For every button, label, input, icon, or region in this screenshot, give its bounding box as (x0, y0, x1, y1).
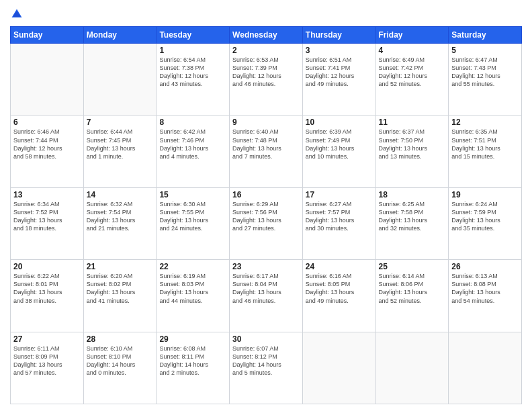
svg-marker-1 (13, 11, 21, 17)
day-number: 29 (159, 334, 226, 344)
day-info: Sunrise: 6:54 AM Sunset: 7:38 PM Dayligh… (159, 56, 226, 89)
day-number: 27 (13, 334, 81, 344)
logo-icon (10, 7, 24, 21)
calendar-week-row: 1Sunrise: 6:54 AM Sunset: 7:38 PM Daylig… (11, 44, 522, 116)
day-info: Sunrise: 6:39 AM Sunset: 7:49 PM Dayligh… (306, 128, 373, 161)
calendar-week-row: 20Sunrise: 6:22 AM Sunset: 8:01 PM Dayli… (11, 260, 522, 332)
day-info: Sunrise: 6:29 AM Sunset: 7:56 PM Dayligh… (232, 200, 300, 233)
day-number: 16 (232, 190, 300, 199)
calendar-cell (11, 44, 84, 116)
day-info: Sunrise: 6:07 AM Sunset: 8:12 PM Dayligh… (232, 345, 300, 377)
calendar-week-row: 6Sunrise: 6:46 AM Sunset: 7:44 PM Daylig… (11, 116, 522, 187)
day-info: Sunrise: 6:40 AM Sunset: 7:48 PM Dayligh… (232, 128, 300, 161)
day-number: 11 (379, 118, 446, 127)
day-info: Sunrise: 6:47 AM Sunset: 7:43 PM Dayligh… (451, 56, 519, 89)
day-info: Sunrise: 6:10 AM Sunset: 8:10 PM Dayligh… (87, 345, 154, 377)
day-info: Sunrise: 6:49 AM Sunset: 7:42 PM Dayligh… (379, 56, 446, 89)
calendar-cell: 7Sunrise: 6:44 AM Sunset: 7:45 PM Daylig… (83, 116, 157, 187)
day-info: Sunrise: 6:13 AM Sunset: 8:08 PM Dayligh… (451, 272, 519, 305)
calendar-cell: 5Sunrise: 6:47 AM Sunset: 7:43 PM Daylig… (449, 44, 522, 116)
day-info: Sunrise: 6:35 AM Sunset: 7:51 PM Dayligh… (451, 128, 519, 161)
calendar-body: 1Sunrise: 6:54 AM Sunset: 7:38 PM Daylig… (11, 44, 522, 404)
weekday-header: Sunday (11, 27, 84, 44)
day-number: 14 (87, 190, 154, 199)
calendar-cell: 26Sunrise: 6:13 AM Sunset: 8:08 PM Dayli… (449, 260, 522, 332)
day-number: 6 (13, 118, 81, 127)
day-number: 4 (379, 46, 446, 55)
calendar-cell: 28Sunrise: 6:10 AM Sunset: 8:10 PM Dayli… (83, 332, 157, 404)
day-number: 7 (87, 118, 154, 127)
day-info: Sunrise: 6:44 AM Sunset: 7:45 PM Dayligh… (87, 128, 154, 161)
calendar-cell: 19Sunrise: 6:24 AM Sunset: 7:59 PM Dayli… (449, 187, 522, 259)
day-info: Sunrise: 6:34 AM Sunset: 7:52 PM Dayligh… (13, 200, 81, 233)
calendar-week-row: 27Sunrise: 6:11 AM Sunset: 8:09 PM Dayli… (11, 332, 522, 404)
header (10, 7, 522, 21)
calendar-cell: 9Sunrise: 6:40 AM Sunset: 7:48 PM Daylig… (230, 116, 303, 187)
calendar-cell: 21Sunrise: 6:20 AM Sunset: 8:02 PM Dayli… (83, 260, 157, 332)
day-info: Sunrise: 6:20 AM Sunset: 8:02 PM Dayligh… (87, 272, 154, 305)
calendar-cell (375, 332, 449, 404)
calendar-cell: 23Sunrise: 6:17 AM Sunset: 8:04 PM Dayli… (230, 260, 303, 332)
calendar-cell: 22Sunrise: 6:19 AM Sunset: 8:03 PM Dayli… (157, 260, 230, 332)
day-number: 13 (13, 190, 81, 199)
weekday-header: Wednesday (230, 27, 303, 44)
calendar-cell: 25Sunrise: 6:14 AM Sunset: 8:06 PM Dayli… (375, 260, 449, 332)
day-info: Sunrise: 6:22 AM Sunset: 8:01 PM Dayligh… (13, 272, 81, 305)
calendar-cell (83, 44, 157, 116)
day-info: Sunrise: 6:53 AM Sunset: 7:39 PM Dayligh… (232, 56, 300, 89)
day-number: 24 (306, 262, 373, 271)
day-number: 20 (13, 262, 81, 271)
day-number: 22 (159, 262, 226, 271)
logo (10, 7, 25, 21)
day-info: Sunrise: 6:25 AM Sunset: 7:58 PM Dayligh… (379, 200, 446, 233)
day-number: 23 (232, 262, 300, 271)
day-number: 12 (451, 118, 519, 127)
day-number: 1 (159, 46, 226, 55)
day-number: 30 (232, 334, 300, 344)
day-number: 8 (159, 118, 226, 127)
calendar-cell: 15Sunrise: 6:30 AM Sunset: 7:55 PM Dayli… (157, 187, 230, 259)
weekday-header: Friday (375, 27, 449, 44)
calendar-cell: 10Sunrise: 6:39 AM Sunset: 7:49 PM Dayli… (302, 116, 375, 187)
page: SundayMondayTuesdayWednesdayThursdayFrid… (0, 0, 532, 411)
day-number: 17 (306, 190, 373, 199)
weekday-header: Saturday (449, 27, 522, 44)
day-number: 5 (451, 46, 519, 55)
calendar-cell: 29Sunrise: 6:08 AM Sunset: 8:11 PM Dayli… (157, 332, 230, 404)
day-info: Sunrise: 6:42 AM Sunset: 7:46 PM Dayligh… (159, 128, 226, 161)
day-info: Sunrise: 6:24 AM Sunset: 7:59 PM Dayligh… (451, 200, 519, 233)
calendar-cell: 8Sunrise: 6:42 AM Sunset: 7:46 PM Daylig… (157, 116, 230, 187)
day-info: Sunrise: 6:46 AM Sunset: 7:44 PM Dayligh… (13, 128, 81, 161)
day-info: Sunrise: 6:17 AM Sunset: 8:04 PM Dayligh… (232, 272, 300, 305)
calendar-cell: 17Sunrise: 6:27 AM Sunset: 7:57 PM Dayli… (302, 187, 375, 259)
calendar-cell: 6Sunrise: 6:46 AM Sunset: 7:44 PM Daylig… (11, 116, 84, 187)
calendar-cell: 11Sunrise: 6:37 AM Sunset: 7:50 PM Dayli… (375, 116, 449, 187)
calendar-week-row: 13Sunrise: 6:34 AM Sunset: 7:52 PM Dayli… (11, 187, 522, 259)
calendar-cell: 14Sunrise: 6:32 AM Sunset: 7:54 PM Dayli… (83, 187, 157, 259)
weekday-header: Monday (83, 27, 157, 44)
day-info: Sunrise: 6:08 AM Sunset: 8:11 PM Dayligh… (159, 345, 226, 377)
calendar-cell: 20Sunrise: 6:22 AM Sunset: 8:01 PM Dayli… (11, 260, 84, 332)
day-number: 10 (306, 118, 373, 127)
weekday-row: SundayMondayTuesdayWednesdayThursdayFrid… (11, 27, 522, 44)
calendar-cell (302, 332, 375, 404)
day-number: 28 (87, 334, 154, 344)
day-info: Sunrise: 6:19 AM Sunset: 8:03 PM Dayligh… (159, 272, 226, 305)
calendar-cell: 24Sunrise: 6:16 AM Sunset: 8:05 PM Dayli… (302, 260, 375, 332)
calendar-header: SundayMondayTuesdayWednesdayThursdayFrid… (11, 27, 522, 44)
day-info: Sunrise: 6:51 AM Sunset: 7:41 PM Dayligh… (306, 56, 373, 89)
day-number: 25 (379, 262, 446, 271)
day-number: 18 (379, 190, 446, 199)
calendar-cell: 30Sunrise: 6:07 AM Sunset: 8:12 PM Dayli… (230, 332, 303, 404)
day-info: Sunrise: 6:27 AM Sunset: 7:57 PM Dayligh… (306, 200, 373, 233)
calendar-cell: 16Sunrise: 6:29 AM Sunset: 7:56 PM Dayli… (230, 187, 303, 259)
day-info: Sunrise: 6:16 AM Sunset: 8:05 PM Dayligh… (306, 272, 373, 305)
calendar-cell: 1Sunrise: 6:54 AM Sunset: 7:38 PM Daylig… (157, 44, 230, 116)
calendar-table: SundayMondayTuesdayWednesdayThursdayFrid… (10, 26, 522, 404)
day-info: Sunrise: 6:37 AM Sunset: 7:50 PM Dayligh… (379, 128, 446, 161)
day-info: Sunrise: 6:32 AM Sunset: 7:54 PM Dayligh… (87, 200, 154, 233)
calendar-cell: 13Sunrise: 6:34 AM Sunset: 7:52 PM Dayli… (11, 187, 84, 259)
day-number: 21 (87, 262, 154, 271)
day-info: Sunrise: 6:11 AM Sunset: 8:09 PM Dayligh… (13, 345, 81, 377)
calendar-cell: 4Sunrise: 6:49 AM Sunset: 7:42 PM Daylig… (375, 44, 449, 116)
